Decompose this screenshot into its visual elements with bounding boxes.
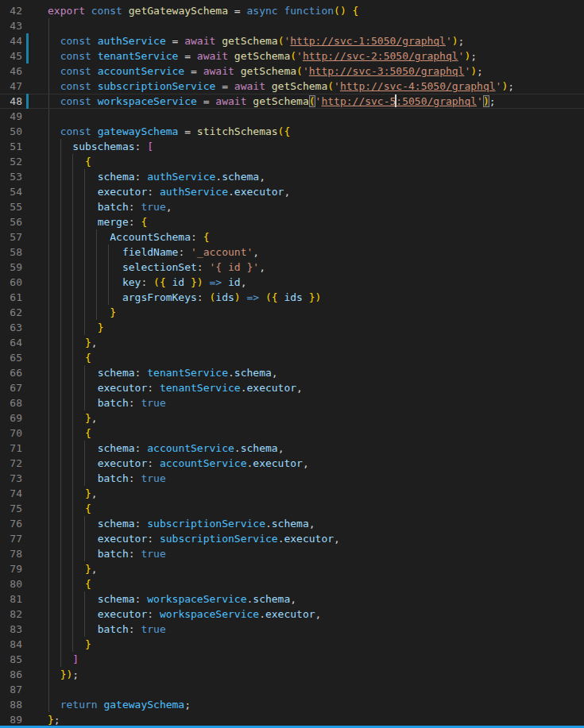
code-line[interactable]: 69 }, [0,410,584,426]
line-number[interactable]: 44 [0,33,22,48]
line-number[interactable]: 45 [0,48,22,64]
line-number[interactable]: 67 [0,380,22,395]
code-line[interactable]: 74 }, [0,486,584,501]
code-line[interactable]: 58 fieldName: '_account', [0,245,584,260]
code-line[interactable]: 67 executor: tenantService.executor, [0,380,584,395]
code-line[interactable]: 84 } [0,637,584,652]
code-text[interactable]: subschemas: [ [48,139,153,154]
line-number[interactable]: 75 [0,501,22,516]
code-text[interactable]: } [48,320,103,335]
code-line[interactable]: 83 batch: true [0,622,584,637]
code-line[interactable]: 63 } [0,320,584,335]
code-line[interactable]: 62 } [0,305,584,320]
line-number[interactable]: 50 [0,124,22,139]
code-text[interactable]: const authService = await getSchema('htt… [48,33,464,48]
code-line[interactable]: 64 }, [0,335,584,350]
code-text[interactable]: const tenantService = await getSchema('h… [48,48,477,64]
code-text[interactable]: }, [48,486,98,501]
line-number[interactable]: 74 [0,486,22,501]
code-text[interactable]: AccountSchema: { [48,229,210,245]
line-number[interactable]: 81 [0,591,22,607]
line-number[interactable]: 66 [0,365,22,380]
line-number[interactable]: 49 [0,109,22,124]
code-text[interactable]: return gatewaySchema; [48,697,191,712]
line-number[interactable]: 64 [0,335,22,350]
code-line[interactable]: 88 return gatewaySchema; [0,697,584,712]
code-text[interactable]: batch: true [48,622,166,637]
line-number[interactable]: 53 [0,169,22,184]
code-line[interactable]: 59 selectionSet: '{ id }', [0,260,584,275]
line-number[interactable]: 62 [0,305,22,320]
code-text[interactable]: executor: workspaceService.executor, [48,607,321,622]
line-number[interactable]: 88 [0,697,22,712]
code-text[interactable]: executor: subscriptionService.executor, [48,531,340,546]
line-number[interactable]: 48 [0,94,22,109]
code-text[interactable]: batch: true [48,471,166,486]
code-editor[interactable]: 42export const getGatewaySchema = async … [0,0,584,728]
line-number[interactable]: 77 [0,531,22,546]
line-number[interactable]: 47 [0,79,22,94]
code-line[interactable]: 57 AccountSchema: { [0,229,584,245]
code-text[interactable]: schema: authService.schema, [48,169,265,184]
code-text[interactable]: merge: { [48,214,147,229]
code-text[interactable]: { [48,350,91,365]
code-line[interactable]: 89}; [0,712,584,727]
code-text[interactable]: executor: authService.executor, [48,184,290,199]
code-line[interactable]: 53 schema: authService.schema, [0,169,584,184]
code-text[interactable]: schema: tenantService.schema, [48,365,278,380]
code-line[interactable]: 77 executor: subscriptionService.executo… [0,531,584,546]
code-text[interactable]: batch: true [48,546,166,561]
code-line[interactable]: 55 batch: true, [0,199,584,214]
code-line[interactable]: 78 batch: true [0,546,584,561]
code-text[interactable]: const gatewaySchema = stitchSchemas({ [48,124,290,139]
code-text[interactable]: }, [48,561,98,576]
line-number[interactable]: 83 [0,622,22,637]
code-text[interactable]: fieldName: '_account', [48,245,259,260]
code-text[interactable]: }, [48,335,98,350]
line-number[interactable]: 78 [0,546,22,561]
code-line[interactable]: 43 [0,18,584,33]
code-line[interactable]: 42export const getGatewaySchema = async … [0,3,584,18]
code-text[interactable]: batch: true, [48,199,172,214]
code-line[interactable]: 44 const authService = await getSchema('… [0,33,584,48]
code-line[interactable]: 65 { [0,350,584,365]
line-number[interactable]: 68 [0,395,22,410]
code-text[interactable]: argsFromKeys: (ids) => ({ ids }) [48,290,321,305]
code-text[interactable]: { [48,426,91,441]
code-line[interactable]: 56 merge: { [0,214,584,229]
code-text[interactable]: schema: accountService.schema, [48,441,284,456]
code-text[interactable]: key: ({ id }) => id, [48,275,246,290]
line-number[interactable]: 65 [0,350,22,365]
code-line[interactable]: 49 [0,109,584,124]
code-line[interactable]: 75 { [0,501,584,516]
code-text[interactable]: }); [48,667,79,682]
code-text[interactable]: { [48,501,91,516]
line-number[interactable]: 43 [0,18,22,33]
code-text[interactable]: schema: workspaceService.schema, [48,591,296,607]
line-number[interactable]: 70 [0,426,22,441]
code-text[interactable]: } [48,637,91,652]
line-number[interactable]: 79 [0,561,22,576]
code-text[interactable]: export const getGatewaySchema = async fu… [48,3,358,18]
line-number[interactable]: 84 [0,637,22,652]
code-line[interactable]: 46 const accountService = await getSchem… [0,64,584,79]
code-line[interactable]: 87 [0,682,584,697]
line-number[interactable]: 51 [0,139,22,154]
line-number[interactable]: 56 [0,214,22,229]
code-line[interactable]: 73 batch: true [0,471,584,486]
code-line[interactable]: 80 { [0,576,584,591]
line-number[interactable]: 42 [0,3,22,18]
code-text[interactable]: } [48,305,116,320]
line-number[interactable]: 86 [0,667,22,682]
code-text[interactable]: const workspaceService = await getSchema… [48,94,496,109]
code-line[interactable]: 71 schema: accountService.schema, [0,441,584,456]
code-text[interactable]: schema: subscriptionService.schema, [48,516,315,531]
code-text[interactable]: ] [48,652,79,667]
line-number[interactable]: 54 [0,184,22,199]
code-line[interactable]: 54 executor: authService.executor, [0,184,584,199]
code-text[interactable]: executor: tenantService.executor, [48,380,303,395]
code-line[interactable]: 81 schema: workspaceService.schema, [0,591,584,607]
line-number[interactable]: 82 [0,607,22,622]
code-line[interactable]: 52 { [0,154,584,169]
code-line[interactable]: 51 subschemas: [ [0,139,584,154]
